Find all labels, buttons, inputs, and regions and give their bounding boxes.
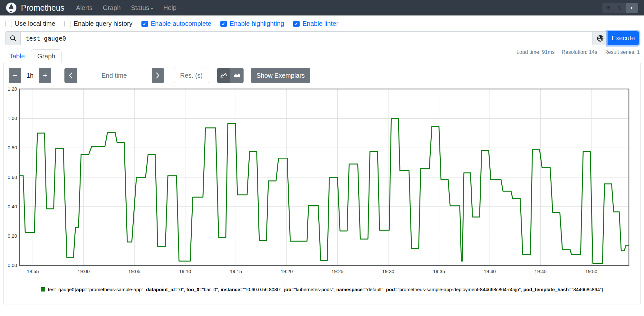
result-series: Result series: 1 <box>604 49 640 55</box>
svg-text:19:40: 19:40 <box>484 269 496 274</box>
brand-title: Prometheus <box>21 3 64 13</box>
nav-item-status[interactable]: Status▾ <box>131 4 153 12</box>
series-label: test_gauge0{app="prometheus-sample-app",… <box>48 287 603 292</box>
line-chart-button[interactable] <box>217 68 230 83</box>
enable-highlighting-checkbox[interactable]: ✓Enable highlighting <box>220 20 284 27</box>
query-bar: Execute <box>5 31 639 45</box>
resolution: Resolution: 14s <box>562 49 597 55</box>
enable-autocomplete-checkbox[interactable]: ✓Enable autocomplete <box>141 20 211 27</box>
theme-toggle-group: ☀ ☾ ◐ <box>602 3 638 13</box>
load-time: Load time: 91ms <box>516 49 554 55</box>
svg-text:19:05: 19:05 <box>128 269 140 274</box>
moon-icon: ☾ <box>618 5 623 11</box>
svg-text:19:35: 19:35 <box>433 269 445 274</box>
range-input[interactable] <box>21 68 39 83</box>
stacked-chart-icon <box>233 73 241 78</box>
chevron-right-icon <box>156 72 160 79</box>
prometheus-logo-icon <box>6 2 17 13</box>
execute-button[interactable]: Execute <box>608 31 639 45</box>
stacked-chart-button[interactable] <box>230 68 244 83</box>
resolution-input[interactable] <box>174 68 209 83</box>
navbar: Prometheus Alerts Graph Status▾ Help ☀ ☾… <box>0 0 644 15</box>
svg-text:19:00: 19:00 <box>78 269 90 274</box>
metrics-explorer-addon[interactable] <box>592 31 608 45</box>
options-row: Use local time Enable query history ✓Ena… <box>0 15 644 31</box>
tab-table[interactable]: Table <box>3 50 31 63</box>
show-exemplars-button[interactable]: Show Exemplars <box>251 68 310 83</box>
nav-item-graph[interactable]: Graph <box>103 4 121 12</box>
svg-text:1.00: 1.00 <box>8 115 17 121</box>
nav-item-alerts[interactable]: Alerts <box>76 4 92 12</box>
use-local-time-checkbox[interactable]: Use local time <box>5 20 55 27</box>
end-time-input[interactable] <box>77 68 152 83</box>
checkbox-icon[interactable] <box>5 21 12 27</box>
shift-back-button[interactable] <box>64 68 77 83</box>
sun-icon: ☀ <box>606 5 611 11</box>
checkbox-icon[interactable] <box>64 21 71 27</box>
query-stats: Load time: 91ms Resolution: 14s Result s… <box>516 49 640 55</box>
svg-text:0.00: 0.00 <box>8 262 17 268</box>
query-expression-input[interactable] <box>21 31 592 45</box>
decrease-range-button[interactable]: − <box>9 68 21 83</box>
half-circle-icon: ◐ <box>630 5 634 11</box>
increase-range-button[interactable]: + <box>39 68 51 83</box>
theme-dark-button[interactable]: ☾ <box>614 3 626 13</box>
enable-query-history-checkbox[interactable]: Enable query history <box>64 20 132 27</box>
search-addon <box>5 31 21 45</box>
svg-text:0.80: 0.80 <box>8 145 17 150</box>
svg-text:19:30: 19:30 <box>382 269 394 274</box>
tabs-row: Table Graph Load time: 91ms Resolution: … <box>3 49 641 63</box>
chevron-down-icon: ▾ <box>151 6 153 11</box>
enable-linter-checkbox[interactable]: ✓Enable linter <box>293 20 338 27</box>
time-series-chart[interactable]: 0.000.200.400.600.801.001.2018:5519:0019… <box>4 86 640 280</box>
chart-legend[interactable]: test_gauge0{app="prometheus-sample-app",… <box>4 287 640 292</box>
checkbox-icon[interactable]: ✓ <box>220 21 227 27</box>
shift-forward-button[interactable] <box>152 68 164 83</box>
svg-text:19:20: 19:20 <box>281 269 293 274</box>
graph-toolbar: − + Show Exemplars <box>4 68 640 84</box>
chevron-left-icon <box>69 72 72 79</box>
prometheus-brand[interactable]: Prometheus <box>6 2 64 13</box>
chart-type-toggle <box>217 68 244 83</box>
svg-text:19:45: 19:45 <box>534 269 546 274</box>
nav-links: Alerts Graph Status▾ Help <box>76 4 177 12</box>
svg-text:19:15: 19:15 <box>230 269 242 274</box>
svg-text:0.60: 0.60 <box>8 174 17 180</box>
svg-text:19:50: 19:50 <box>585 269 597 274</box>
svg-text:19:10: 19:10 <box>179 269 191 274</box>
nav-item-help[interactable]: Help <box>163 4 177 12</box>
theme-light-button[interactable]: ☀ <box>602 3 614 13</box>
checkbox-icon[interactable]: ✓ <box>141 21 148 27</box>
globe-icon <box>597 35 604 42</box>
graph-panel: − + Show Exemplars 0.000.200.400.600.801… <box>3 63 641 304</box>
end-time-group <box>64 68 164 83</box>
theme-auto-button[interactable]: ◐ <box>626 3 638 13</box>
tab-graph[interactable]: Graph <box>31 49 62 63</box>
svg-text:0.20: 0.20 <box>8 233 17 239</box>
chart-area[interactable]: 0.000.200.400.600.801.001.2018:5519:0019… <box>4 86 640 280</box>
line-chart-icon <box>220 73 227 78</box>
series-swatch-icon <box>41 287 45 291</box>
svg-text:18:55: 18:55 <box>27 269 39 274</box>
svg-text:1.20: 1.20 <box>8 86 17 92</box>
checkbox-icon[interactable]: ✓ <box>293 21 300 27</box>
search-icon <box>10 35 16 42</box>
svg-text:0.40: 0.40 <box>8 204 17 209</box>
svg-text:19:25: 19:25 <box>332 269 343 274</box>
